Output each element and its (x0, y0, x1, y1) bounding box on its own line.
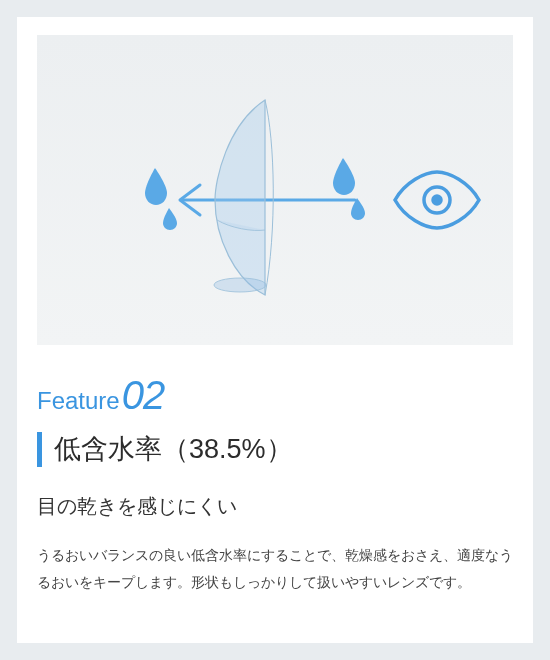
contact-lens-icon (214, 100, 273, 295)
feature-label-prefix: Feature (37, 387, 120, 414)
feature-card: Feature02 低含水率（38.5%） 目の乾きを感じにくい うるおいバラン… (17, 17, 533, 643)
feature-subtitle: 目の乾きを感じにくい (37, 493, 513, 520)
feature-number: 02 (120, 373, 165, 417)
feature-label: Feature02 (37, 373, 513, 418)
lens-moisture-diagram-icon (65, 70, 485, 310)
water-drop-icon (333, 158, 365, 220)
svg-point-3 (433, 196, 441, 204)
feature-title-wrap: 低含水率（38.5%） (37, 432, 513, 467)
feature-title: 低含水率（38.5%） (54, 432, 513, 467)
feature-illustration (37, 35, 513, 345)
svg-point-1 (214, 278, 266, 292)
arrow-left-icon (180, 185, 355, 215)
water-drop-icon (145, 168, 177, 230)
eye-icon (395, 172, 479, 228)
feature-body: うるおいバランスの良い低含水率にすることで、乾燥感をおさえ、適度なうるおいをキー… (37, 542, 513, 595)
